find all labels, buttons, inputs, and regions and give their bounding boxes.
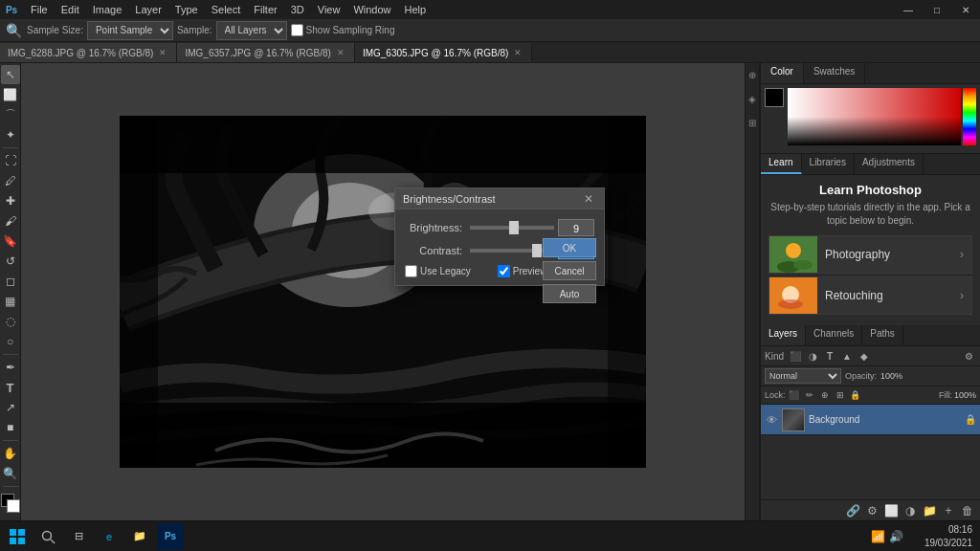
blur-tool[interactable]: ◌ (1, 312, 20, 331)
menu-help[interactable]: Help (399, 2, 433, 17)
magic-wand-tool[interactable]: ✦ (1, 125, 20, 144)
marquee-tool[interactable]: ⬜ (1, 85, 20, 104)
retouching-card[interactable]: Retouching › (768, 276, 972, 315)
taskbar-search[interactable] (34, 523, 61, 550)
tab-1[interactable]: IMG_6357.JPG @ 16.7% (RGB/8) ✕ (177, 43, 354, 62)
menu-image[interactable]: Image (87, 2, 128, 17)
auto-button[interactable]: Auto (543, 284, 596, 303)
layer-style-btn[interactable]: ⚙ (863, 502, 880, 519)
layers-settings-icon[interactable]: ⚙ (961, 348, 976, 364)
healing-tool[interactable]: ✚ (1, 191, 20, 210)
volume-icon[interactable]: 🔊 (889, 530, 903, 543)
show-sampling-ring-check[interactable]: Show Sampling Ring (291, 24, 395, 36)
tab-close-1[interactable]: ✕ (335, 48, 346, 57)
filter-text-icon[interactable]: T (822, 348, 837, 364)
tab-0[interactable]: IMG_6288.JPG @ 16.7% (RGB/8) ✕ (0, 43, 177, 62)
pen-tool[interactable]: ✒ (1, 358, 20, 377)
photography-card[interactable]: Photography › (768, 235, 972, 274)
gradient-tool[interactable]: ▦ (1, 292, 20, 311)
taskbar-start[interactable] (4, 523, 31, 550)
right-strip-icon-3[interactable]: ⊞ (747, 115, 757, 131)
tab-close-2[interactable]: ✕ (512, 48, 523, 57)
hand-tool[interactable]: ✋ (1, 444, 20, 463)
layer-mask-btn[interactable]: ⬜ (882, 502, 900, 519)
eyedropper-tool[interactable]: 🖊 (1, 171, 20, 190)
filter-pixel-icon[interactable]: ⬛ (788, 348, 803, 364)
cancel-button[interactable]: Cancel (543, 261, 596, 280)
minimize-btn[interactable]: — (894, 0, 923, 19)
stamp-tool[interactable]: 🔖 (1, 231, 20, 251)
color-tab[interactable]: Color (761, 63, 804, 83)
lock-position-btn[interactable]: ⊕ (818, 388, 832, 402)
history-brush-tool[interactable]: ↺ (1, 252, 20, 271)
eraser-tool[interactable]: ◻ (1, 272, 20, 291)
lock-pixels-btn[interactable]: ✏ (803, 388, 816, 402)
crop-tool[interactable]: ⛶ (1, 151, 20, 170)
path-select-tool[interactable]: ↗ (1, 398, 20, 417)
layers-tab[interactable]: Layers (761, 325, 806, 345)
menu-edit[interactable]: Edit (56, 2, 85, 17)
ok-button[interactable]: OK (543, 238, 596, 257)
layer-group-btn[interactable]: 📁 (921, 502, 938, 519)
right-strip-icon-2[interactable]: ◈ (747, 91, 757, 107)
contrast-slider[interactable] (470, 249, 554, 253)
lock-transparency-btn[interactable]: ⬛ (788, 388, 801, 402)
lock-artboard-btn[interactable]: ⊞ (834, 388, 847, 402)
paths-tab[interactable]: Paths (862, 325, 903, 345)
tab-2[interactable]: IMG_6305.JPG @ 16.7% (RGB/8) ✕ (355, 43, 532, 62)
text-tool[interactable]: T (1, 378, 20, 397)
menu-layer[interactable]: Layer (129, 2, 167, 17)
color-gradient-picker[interactable] (788, 88, 961, 145)
filter-adjust-icon[interactable]: ◑ (805, 348, 820, 364)
move-tool[interactable]: ↖ (1, 65, 20, 84)
libraries-tab[interactable]: Libraries (802, 154, 855, 174)
channels-tab[interactable]: Channels (806, 325, 862, 345)
menu-file[interactable]: File (25, 2, 54, 17)
menu-type[interactable]: Type (169, 2, 204, 17)
menu-select[interactable]: Select (206, 2, 247, 17)
brightness-slider[interactable] (470, 226, 554, 230)
layer-link-btn[interactable]: 🔗 (844, 502, 861, 519)
layer-new-btn[interactable]: + (940, 502, 957, 519)
layer-delete-btn[interactable]: 🗑 (959, 502, 976, 519)
taskbar-edge[interactable]: e (96, 523, 122, 550)
use-legacy-check[interactable]: Use Legacy (405, 265, 471, 277)
lock-all-btn[interactable]: 🔒 (849, 388, 862, 402)
hue-slider[interactable] (963, 88, 976, 145)
taskbar-folder[interactable]: 📁 (126, 523, 153, 550)
brush-tool[interactable]: 🖌 (1, 211, 20, 231)
toolbar: 🔍 Sample Size: Point Sample Sample: All … (0, 19, 980, 42)
close-btn[interactable]: ✕ (951, 0, 980, 19)
filter-shape-icon[interactable]: ▲ (839, 348, 855, 364)
menu-3d[interactable]: 3D (285, 2, 310, 17)
layer-visibility-icon[interactable]: 👁 (765, 414, 778, 426)
learn-tab[interactable]: Learn (761, 154, 802, 174)
foreground-swatch[interactable] (765, 88, 784, 107)
right-strip-icon-1[interactable]: ⊕ (747, 67, 757, 83)
blend-mode-select[interactable]: Normal (765, 368, 841, 384)
menu-view[interactable]: View (312, 2, 346, 17)
tab-close-0[interactable]: ✕ (157, 48, 168, 57)
tool-mode-btn[interactable]: 🔍 (4, 21, 23, 40)
network-icon[interactable]: 📶 (871, 530, 885, 543)
lasso-tool[interactable]: ⌒ (1, 105, 20, 124)
layer-adjust-btn[interactable]: ◑ (902, 502, 919, 519)
sample-size-select[interactable]: Point Sample (87, 21, 173, 40)
maximize-btn[interactable]: □ (923, 0, 951, 19)
sample-value-select[interactable]: All Layers (216, 21, 287, 40)
preview-check[interactable]: Preview (498, 265, 547, 277)
filter-smart-icon[interactable]: ◆ (857, 348, 872, 364)
menu-window[interactable]: Window (347, 2, 396, 17)
adjustments-tab[interactable]: Adjustments (855, 154, 924, 174)
brightness-value[interactable]: 9 (558, 219, 594, 236)
menu-filter[interactable]: Filter (248, 2, 282, 17)
taskbar-ps[interactable]: Ps (157, 523, 184, 550)
zoom-tool[interactable]: 🔍 (1, 464, 20, 483)
swatches-tab[interactable]: Swatches (804, 63, 865, 83)
dodge-tool[interactable]: ○ (1, 332, 20, 351)
shape-tool[interactable]: ■ (1, 418, 20, 437)
layer-row-background[interactable]: 👁 Background 🔒 (761, 405, 980, 435)
background-color[interactable] (7, 499, 20, 513)
dialog-close-btn[interactable]: ✕ (581, 191, 596, 207)
taskbar-taskview[interactable]: ⊟ (65, 523, 92, 550)
